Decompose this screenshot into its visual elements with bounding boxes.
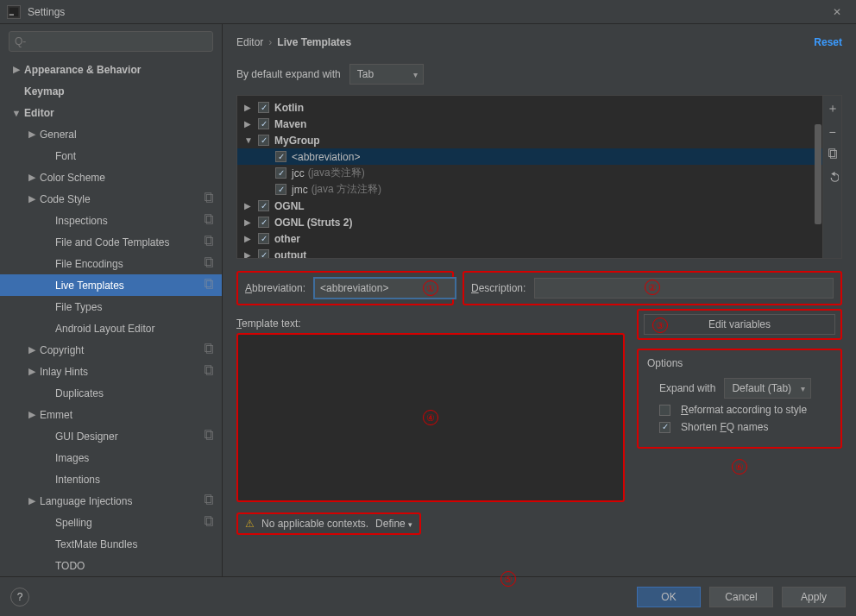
sidebar-item-inspections[interactable]: Inspections <box>0 210 222 231</box>
template-row[interactable]: ▶other <box>237 230 822 247</box>
expander-icon <box>41 323 54 335</box>
sidebar-item-file-encodings[interactable]: File Encodings <box>0 253 222 274</box>
sidebar-item-spelling[interactable]: Spelling <box>0 512 222 533</box>
template-checkbox[interactable] <box>258 102 269 113</box>
scrollbar[interactable] <box>814 96 822 258</box>
sidebar-item-label: Live Templates <box>55 280 124 292</box>
marker-5: ⑤ <box>500 571 516 587</box>
expander-icon <box>41 258 54 270</box>
scheme-icon <box>203 192 215 206</box>
default-expand-combo[interactable]: Tab <box>349 64 424 85</box>
template-row[interactable]: <abbreviation> <box>237 148 822 165</box>
template-row[interactable]: jcc(java类注释) <box>237 165 822 181</box>
expander-icon <box>41 301 54 313</box>
abbreviation-label: AAbbreviation:bbreviation: <box>245 282 305 294</box>
cancel-button[interactable]: Cancel <box>709 587 773 607</box>
templates-panel: ▶Kotlin▶Maven▼MyGroup<abbreviation>jcc(j… <box>236 95 842 259</box>
sidebar-item-label: Spelling <box>55 517 92 529</box>
expander-icon: ▶ <box>10 64 22 76</box>
templates-tree[interactable]: ▶Kotlin▶Maven▼MyGroup<abbreviation>jcc(j… <box>237 96 822 258</box>
titlebar: Settings ✕ <box>0 0 856 24</box>
template-text-editor[interactable]: ④ <box>236 333 625 502</box>
template-checkbox[interactable] <box>258 135 269 146</box>
sidebar-item-font[interactable]: Font <box>0 145 222 167</box>
sidebar-item-intentions[interactable]: Intentions <box>0 468 222 490</box>
search-input[interactable] <box>9 31 213 52</box>
scheme-icon <box>203 493 215 508</box>
default-expand-label: By default expand with <box>236 68 341 80</box>
sidebar-item-label: Font <box>55 150 76 162</box>
undo-icon[interactable] <box>827 171 839 185</box>
abbreviation-group: AAbbreviation:bbreviation: ① <box>236 271 454 305</box>
template-checkbox[interactable] <box>258 249 269 258</box>
expand-with-combo[interactable]: Default (Tab) <box>724 378 811 399</box>
template-row[interactable]: ▶Kotlin <box>237 99 822 116</box>
template-label: output <box>274 249 306 259</box>
sidebar-item-label: Duplicates <box>55 387 104 399</box>
template-checkbox[interactable] <box>275 184 286 195</box>
expander-icon: ▶ <box>26 193 38 205</box>
sidebar-item-inlay-hints[interactable]: ▶Inlay Hints <box>0 361 222 382</box>
help-button[interactable]: ? <box>10 588 29 607</box>
sidebar-item-textmate-bundles[interactable]: TextMate Bundles <box>0 533 222 555</box>
template-row[interactable]: ▶OGNL (Struts 2) <box>237 214 822 230</box>
sidebar-item-keymap[interactable]: Keymap <box>0 80 222 102</box>
expand-with-label: Expand with <box>659 382 715 394</box>
copy-icon[interactable] <box>827 148 839 162</box>
close-icon[interactable]: ✕ <box>825 6 849 18</box>
sidebar-item-code-style[interactable]: ▶Code Style <box>0 188 222 210</box>
sidebar-item-editor[interactable]: ▼Editor <box>0 102 222 123</box>
template-checkbox[interactable] <box>258 217 269 228</box>
edit-variables-button[interactable]: Edit variables <box>644 314 835 335</box>
remove-icon[interactable]: − <box>828 125 835 139</box>
ok-button[interactable]: OK <box>637 587 701 607</box>
template-label: OGNL <box>274 200 305 212</box>
expander-icon: ▶ <box>244 234 255 243</box>
scheme-icon <box>203 235 215 249</box>
sidebar-item-general[interactable]: ▶General <box>0 123 222 145</box>
sidebar-item-appearance-behavior[interactable]: ▶Appearance & Behavior <box>0 59 222 80</box>
sidebar-item-todo[interactable]: TODO <box>0 555 222 576</box>
template-row[interactable]: ▶Maven <box>237 116 822 132</box>
sidebar-item-emmet[interactable]: ▶Emmet <box>0 404 222 425</box>
sidebar-item-live-templates[interactable]: Live Templates <box>0 274 222 296</box>
apply-button[interactable]: Apply <box>782 587 846 607</box>
sidebar-item-label: File Encodings <box>55 258 123 270</box>
sidebar-item-duplicates[interactable]: Duplicates <box>0 382 222 404</box>
sidebar-item-android-layout-editor[interactable]: Android Layout Editor <box>0 317 222 339</box>
expander-icon <box>41 431 54 443</box>
template-checkbox[interactable] <box>258 118 269 129</box>
sidebar-item-language-injections[interactable]: ▶Language Injections <box>0 490 222 512</box>
template-row[interactable]: ▶output <box>237 247 822 258</box>
template-row[interactable]: jmc(java 方法注释) <box>237 181 822 198</box>
reformat-checkbox[interactable] <box>659 405 670 416</box>
settings-tree[interactable]: ▶Appearance & BehaviorKeymap▼Editor▶Gene… <box>0 59 222 576</box>
expander-icon: ▶ <box>26 366 38 378</box>
scheme-icon <box>203 429 215 443</box>
breadcrumb: Editor › Live Templates <box>236 36 842 48</box>
template-row[interactable]: ▶OGNL <box>237 198 822 214</box>
template-row[interactable]: ▼MyGroup <box>237 132 822 148</box>
context-warning-text: No applicable contexts. <box>261 518 368 530</box>
options-group: Options Expand with Default (Tab) Reform… <box>637 349 842 449</box>
reset-link[interactable]: Reset <box>814 36 842 48</box>
sidebar-item-copyright[interactable]: ▶Copyright <box>0 339 222 361</box>
shorten-fq-checkbox[interactable] <box>659 422 670 433</box>
breadcrumb-editor[interactable]: Editor <box>236 36 263 48</box>
sidebar-item-label: Keymap <box>24 85 65 97</box>
breadcrumb-current: Live Templates <box>277 36 351 48</box>
template-checkbox[interactable] <box>275 167 286 179</box>
add-icon[interactable]: ＋ <box>827 101 839 116</box>
define-context-link[interactable]: Define ▾ <box>375 518 412 530</box>
sidebar-item-file-types[interactable]: File Types <box>0 296 222 317</box>
template-checkbox[interactable] <box>258 233 269 244</box>
description-input[interactable] <box>534 278 834 299</box>
template-checkbox[interactable] <box>275 151 286 162</box>
sidebar-item-images[interactable]: Images <box>0 447 222 468</box>
sidebar-item-file-and-code-templates[interactable]: File and Code Templates <box>0 231 222 253</box>
sidebar-item-label: Intentions <box>55 474 100 486</box>
sidebar-item-gui-designer[interactable]: GUI Designer <box>0 425 222 447</box>
template-checkbox[interactable] <box>258 200 269 211</box>
sidebar-item-color-scheme[interactable]: ▶Color Scheme <box>0 167 222 188</box>
settings-sidebar: ▶Appearance & BehaviorKeymap▼Editor▶Gene… <box>0 24 223 576</box>
